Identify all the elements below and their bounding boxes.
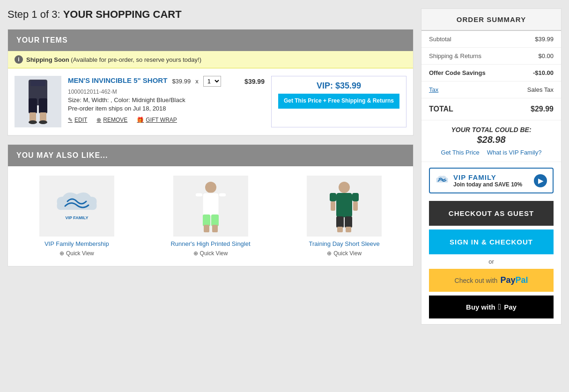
item-details: MEN'S INVINCIBLE 5" SHORT $39.99 x 1 2 3… [68, 76, 265, 127]
svg-point-6 [39, 120, 47, 124]
svg-rect-22 [353, 201, 358, 211]
item-total: $39.99 [244, 78, 265, 85]
svg-rect-15 [204, 225, 209, 232]
also-like-image-singlet [173, 176, 248, 237]
remove-button[interactable]: ⊗ REMOVE [96, 117, 127, 123]
svg-rect-2 [39, 98, 47, 113]
savings-row: Offer Code Savings -$10.00 [421, 65, 561, 81]
svg-point-5 [29, 120, 37, 124]
svg-rect-18 [336, 193, 352, 217]
singlet-quick-view[interactable]: ⊕ Quick View [148, 250, 273, 257]
multiply-sign: x [195, 78, 199, 85]
items-section: YOUR ITEMS i Shipping Soon (Available fo… [7, 29, 414, 136]
singlet-illustration [185, 178, 236, 234]
vip-cta-button[interactable]: Get This Price + Free Shipping & Returns [278, 94, 399, 109]
svg-rect-11 [195, 193, 203, 197]
what-is-vip-link[interactable]: What is VIP Family? [487, 149, 542, 156]
item-sku: 1000012011-462-M [68, 89, 265, 95]
vip-total-label: YOUR TOTAL COULD BE: [429, 126, 554, 133]
svg-rect-7 [30, 81, 45, 86]
vip-price-label: VIP: $35.99 [278, 81, 399, 91]
vip-family-label: VIP FAMILY [453, 173, 529, 181]
applepay-button[interactable]: Buy with  Pay [429, 296, 554, 318]
edit-icon: ✎ [68, 117, 73, 123]
your-items-header: YOUR ITEMS [8, 30, 413, 51]
edit-button[interactable]: ✎ EDIT [68, 117, 87, 123]
tax-value: Sales Tax [527, 86, 554, 93]
gift-wrap-button[interactable]: 🎁 GIFT WRAP [137, 117, 177, 123]
svg-point-9 [205, 182, 216, 193]
checkout-buttons: CHECKOUT AS GUEST SIGN IN & CHECKOUT or … [421, 199, 561, 324]
shipping-value: $0.00 [538, 52, 554, 59]
quick-view-label-3: Quick View [333, 250, 362, 257]
list-item: Runner's High Printed Singlet ⊕ Quick Vi… [148, 176, 273, 257]
vip-total-amount: $28.98 [429, 134, 554, 145]
list-item: VIP FAMILY VIP Family Membership ⊕ Quick… [15, 176, 139, 257]
item-attributes: Size: M, Width: , Color: Midnight Blue/B… [68, 96, 265, 104]
quick-view-icon-2: ⊕ [193, 250, 198, 257]
shipping-label: Shipping & Returns [429, 52, 481, 59]
vip-price-box: VIP: $35.99 Get This Price + Free Shippi… [271, 76, 406, 127]
also-like-image-vip: VIP FAMILY [39, 176, 114, 237]
order-summary-header: ORDER SUMMARY [421, 9, 561, 31]
item-name-link[interactable]: MEN'S INVINCIBLE 5" SHORT [68, 76, 167, 84]
svg-rect-21 [331, 201, 335, 211]
vip-arrow-button[interactable]: ▶ [534, 174, 547, 187]
also-like-image-tshirt [307, 176, 382, 237]
vip-membership-link[interactable]: VIP Family Membership [15, 240, 139, 247]
applepay-label: Buy with [466, 303, 495, 311]
tax-row: Tax Sales Tax [421, 81, 561, 98]
svg-rect-13 [203, 214, 210, 226]
get-this-price-link[interactable]: Get This Price [441, 149, 480, 156]
vip-banner-text: VIP FAMILY Join today and SAVE 10% [453, 173, 529, 188]
page-title-bold: YOUR SHOPPING CART [63, 8, 182, 20]
edit-label: EDIT [74, 117, 87, 123]
vip-quick-view[interactable]: ⊕ Quick View [15, 250, 139, 257]
remove-label: REMOVE [103, 117, 127, 123]
subtotal-value: $39.99 [535, 36, 554, 43]
tax-link[interactable]: Tax [429, 86, 438, 93]
svg-rect-14 [211, 214, 219, 226]
page-title-prefix: Step 1 of 3: [7, 8, 63, 20]
shipping-notice-text: Shipping Soon (Available for pre-order, … [26, 56, 201, 63]
subtotal-row: Subtotal $39.99 [421, 31, 561, 48]
quick-view-label: Quick View [66, 250, 94, 257]
signin-checkout-button[interactable]: SIGN IN & CHECKOUT [429, 229, 554, 254]
shipping-notice: i Shipping Soon (Available for pre-order… [8, 51, 413, 68]
singlet-link[interactable]: Runner's High Printed Singlet [148, 240, 273, 247]
quick-view-icon: ⊕ [59, 250, 64, 257]
tshirt-link[interactable]: Training Day Short Sleeve [282, 240, 406, 247]
left-column: Step 1 of 3: YOUR SHOPPING CART YOUR ITE… [7, 8, 414, 325]
checkout-guest-button[interactable]: CHECKOUT AS GUEST [429, 201, 554, 226]
svg-text:VIP FAMILY: VIP FAMILY [65, 215, 88, 220]
svg-rect-25 [337, 227, 343, 232]
vip-family-logo [436, 174, 449, 187]
applepay-sub: Pay [504, 303, 517, 311]
tshirt-quick-view[interactable]: ⊕ Quick View [282, 250, 406, 257]
shorts-illustration [19, 80, 57, 124]
vip-family-banner[interactable]: VIP FAMILY Join today and SAVE 10% ▶ [429, 168, 554, 193]
paypal-prefix-text: Check out with [455, 277, 498, 284]
info-icon: i [15, 55, 23, 64]
svg-rect-12 [219, 193, 226, 197]
right-column: ORDER SUMMARY Subtotal $39.99 Shipping &… [421, 8, 562, 325]
svg-rect-26 [346, 227, 351, 232]
shipping-bold: Shipping Soon [26, 56, 69, 63]
quantity-select[interactable]: 1 2 3 [203, 76, 221, 87]
paypal-checkout-button[interactable]: Check out with PayPal [429, 269, 554, 292]
list-item: Training Day Short Sleeve ⊕ Quick View [282, 176, 406, 257]
page-title: Step 1 of 3: YOUR SHOPPING CART [7, 8, 414, 21]
vip-family-logo-img: VIP FAMILY [53, 187, 100, 225]
tshirt-illustration [318, 178, 370, 234]
svg-rect-24 [345, 216, 352, 228]
svg-rect-19 [330, 193, 336, 201]
also-like-header: YOU MAY ALSO LIKE... [8, 145, 413, 166]
item-price-row: MEN'S INVINCIBLE 5" SHORT $39.99 x 1 2 3… [68, 76, 265, 87]
shipping-text: (Available for pre-order, so reserve you… [69, 56, 201, 63]
vip-total-section: YOUR TOTAL COULD BE: $28.98 Get This Pri… [421, 120, 561, 162]
item-ship-date: Pre-order item ships on Jul 18, 2018 [68, 105, 265, 112]
svg-point-17 [339, 182, 350, 193]
item-image [15, 76, 61, 127]
gift-icon: 🎁 [137, 117, 144, 123]
vip-join-text: Join today and SAVE 10% [453, 181, 529, 188]
